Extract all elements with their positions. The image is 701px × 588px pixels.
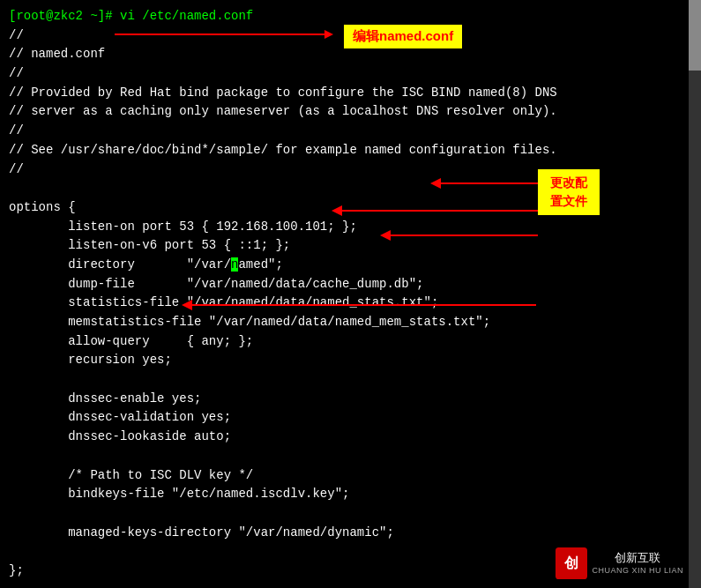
code-line-blank6	[9, 581, 692, 588]
code-line-directory: directory "/var/named";	[9, 256, 692, 275]
code-line-path-comment: /* Path to ISC DLV key */	[9, 466, 692, 486]
arrow-dump	[382, 234, 538, 236]
code-line-blank4	[9, 504, 692, 524]
code-line-memstats: memstatistics-file "/var/named/data/name…	[9, 313, 692, 332]
code-line-allowquery: allow-query { any; };	[9, 332, 692, 352]
code-line-dump: dump-file "/var/named/data/cache_dump.db…	[9, 275, 692, 294]
code-line-recursion: recursion yes;	[9, 351, 692, 370]
code-line-6: //	[9, 122, 692, 141]
watermark: 创 创新互联 CHUANG XIN HU LIAN	[556, 547, 683, 579]
code-line-managed: managed-keys-directory "/var/named/dynam…	[9, 524, 692, 543]
prompt-line: [root@zkc2 ~]# vi /etc/named.conf	[9, 7, 692, 26]
arrow-directory	[333, 210, 538, 212]
brand-name: 创新互联 CHUANG XIN HU LIAN	[592, 551, 683, 577]
code-line-dnssec3: dnssec-lookaside auto;	[9, 428, 692, 447]
code-line-4: // Provided by Red Hat bind package to c…	[9, 84, 692, 103]
annotation-edit-conf: 编辑named.conf	[344, 25, 462, 48]
arrow-prompt-to-annotation	[115, 33, 326, 35]
scrollbar-thumb[interactable]	[689, 0, 701, 71]
code-line-dnssec1: dnssec-enable yes;	[9, 390, 692, 409]
terminal: [root@zkc2 ~]# vi /etc/named.conf // // …	[0, 0, 701, 588]
code-line-bindkeys: bindkeys-file "/etc/named.iscdlv.key";	[9, 485, 692, 504]
annotation-modify-config: 更改配置文件	[538, 169, 600, 215]
svg-text:创: 创	[563, 555, 578, 571]
arrow-recursion	[183, 304, 536, 306]
brand-logo: 创	[556, 547, 587, 579]
code-line-listen: listen-on port 53 { 192.168.100.101; };	[9, 218, 692, 237]
code-line-5: // server as a caching only nameserver (…	[9, 102, 692, 122]
scrollbar[interactable]	[689, 0, 701, 588]
cursor: n	[231, 257, 238, 272]
code-line-blank3	[9, 447, 692, 466]
arrow-listen	[432, 182, 538, 184]
code-line-7: // See /usr/share/doc/bind*/sample/ for …	[9, 141, 692, 160]
code-line-dnssec2: dnssec-validation yes;	[9, 408, 692, 428]
code-line-listen6: listen-on-v6 port 53 { ::1; };	[9, 236, 692, 256]
code-line-blank2	[9, 370, 692, 390]
code-line-3: //	[9, 64, 692, 84]
